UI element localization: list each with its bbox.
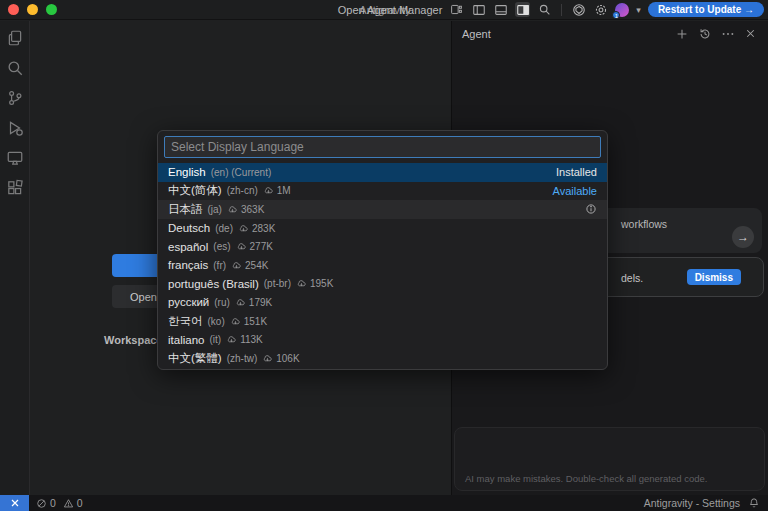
run-and-debug-icon[interactable] [6,119,24,137]
more-actions-icon[interactable] [721,27,735,41]
language-name: 中文(简体) [168,183,222,198]
remote-indicator[interactable] [0,495,29,511]
minimize-window-button[interactable] [27,4,38,15]
forward-arrow-button[interactable]: → [732,226,754,248]
download-count: 277K [236,241,273,252]
window-controls [0,4,57,15]
list-item[interactable]: Deutsch(de)283K [158,219,607,238]
list-item[interactable]: italiano(it)113K [158,330,607,349]
status-bar: 0 0 Antigravity - Settings [0,495,768,511]
language-name: italiano [168,334,204,346]
list-item[interactable]: русский(ru)179K [158,293,607,312]
extensions-icon[interactable] [6,179,24,197]
language-code: (ru) [214,297,230,308]
list-item[interactable]: español(es)277K [158,237,607,256]
install-status: Installed [556,166,597,178]
toggle-panel-icon[interactable] [493,2,508,17]
language-code: (es) [213,241,230,252]
cloud-download-icon [226,334,237,345]
download-count: 254K [231,260,268,271]
language-name: 中文(繁體) [168,351,222,366]
language-name: 日本語 [168,202,203,217]
warning-count: 0 [77,497,83,509]
cloud-download-icon [235,297,246,308]
maximize-window-button[interactable] [46,4,57,15]
language-name: français [168,259,208,271]
cloud-download-icon [236,241,247,252]
chevron-down-icon[interactable]: ▾ [636,5,641,15]
toggle-primary-sidebar-icon[interactable] [471,2,486,17]
search-icon[interactable] [537,2,552,17]
language-code: (ja) [208,204,222,215]
language-code: (zh-tw) [227,353,258,364]
language-search-input[interactable] [164,136,601,158]
download-count: 363K [227,204,264,215]
language-name: Deutsch [168,222,210,234]
agent-panel-header: Agent [452,21,768,47]
close-window-button[interactable] [8,4,19,15]
agent-panel-title: Agent [462,28,491,40]
open-agent-manager-button[interactable]: Open Agent Manager [338,4,443,16]
list-item[interactable]: français(fr)254K [158,256,607,275]
ai-disclaimer: AI may make mistakes. Double-check all g… [465,473,707,484]
error-count: 0 [50,497,56,509]
activity-bar [0,21,30,495]
workflows-card-text: workflows [621,218,667,230]
remote-explorer-icon[interactable] [6,149,24,167]
restart-to-update-button[interactable]: Restart to Update → [648,2,764,17]
title-bar: Antigravity Open Agent Manager 1 ▾ Resta… [0,0,768,20]
language-code: (fr) [213,260,226,271]
install-status[interactable]: Available [553,185,597,197]
history-icon[interactable] [698,27,712,41]
source-control-icon[interactable] [6,89,24,107]
profile-avatar[interactable]: 1 [615,3,629,17]
cloud-download-icon [263,185,274,196]
language-code: (en) (Current) [211,167,272,178]
language-name: English [168,166,206,178]
list-item[interactable]: 한국어(ko)151K [158,312,607,331]
language-name: 한국어 [168,314,203,329]
cloud-download-icon [227,204,238,215]
assistant-icon[interactable] [571,2,586,17]
list-item[interactable]: English(en) (Current)Installed [158,163,607,182]
language-list: English(en) (Current)Installed中文(简体)(zh-… [158,163,607,370]
agent-chat-input[interactable]: AI may make mistakes. Double-check all g… [454,427,765,491]
toolbar-divider [561,4,562,16]
language-name: русский [168,296,209,308]
download-count: 1M [263,185,291,196]
list-item[interactable]: 中文(简体)(zh-cn)1MAvailable [158,182,607,201]
list-item[interactable]: 日本語(ja)363K [158,200,607,219]
error-icon [36,498,47,509]
cloud-download-icon [231,260,242,271]
download-count: 106K [262,353,299,364]
download-count: 195K [296,278,333,289]
search-sidebar-icon[interactable] [6,59,24,77]
explorer-icon[interactable] [6,29,24,47]
problems-indicator[interactable]: 0 0 [36,497,83,509]
list-item[interactable]: português (Brasil)(pt-br)195K [158,275,607,294]
dismiss-button[interactable]: Dismiss [687,269,741,285]
notification-badge: 1 [612,11,620,19]
close-panel-icon[interactable] [744,27,758,41]
language-code: (de) [215,223,233,234]
select-display-language-dropdown: English(en) (Current)Installed中文(简体)(zh-… [157,130,608,370]
toggle-secondary-sidebar-icon[interactable] [515,2,530,17]
settings-status-item[interactable]: Antigravity - Settings [644,497,740,509]
list-item[interactable]: polski(pl) [158,368,607,370]
notifications-bell-icon[interactable] [748,497,760,509]
download-count: 283K [238,223,275,234]
notification-card-text: dels. [621,272,643,284]
language-code: (pt-br) [264,278,291,289]
language-code: (zh-cn) [227,185,258,196]
download-count: 113K [226,334,263,345]
language-name: español [168,241,208,253]
cloud-download-icon [238,223,249,234]
info-button[interactable] [585,203,597,215]
agent-manager-icon[interactable] [449,2,464,17]
list-item[interactable]: 中文(繁體)(zh-tw)106K [158,349,607,368]
new-agent-icon[interactable] [675,27,689,41]
settings-gear-icon[interactable] [593,2,608,17]
download-count: 179K [235,297,272,308]
warning-icon [63,498,74,509]
language-code: (ko) [208,316,225,327]
